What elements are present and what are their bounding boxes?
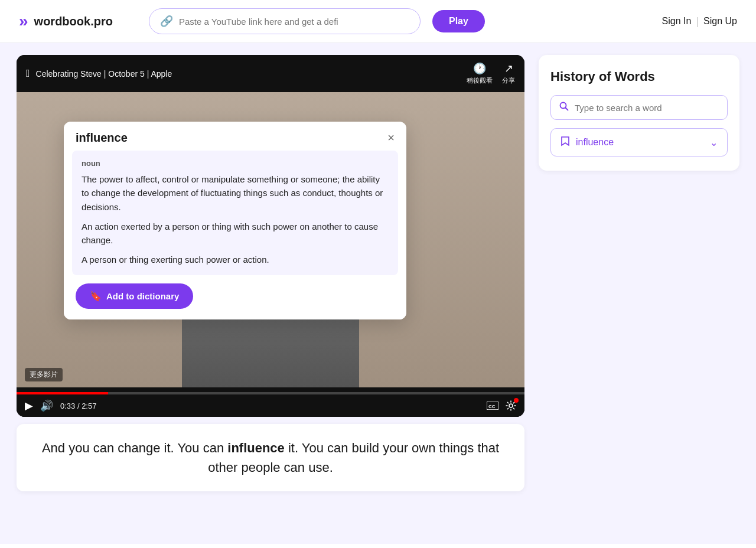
clock-icon: 🕐 (473, 62, 486, 75)
add-to-dictionary-label: Add to dictionary (106, 291, 179, 301)
cc-icon: CC (487, 402, 498, 410)
watch-later-label: 稍後觀看 (467, 76, 493, 85)
more-videos-label: 更多影片 (25, 368, 63, 381)
url-input[interactable] (179, 17, 409, 27)
definition-popup: influence × noun The power to affect, co… (64, 122, 406, 319)
video-title-area:  Celebrating Steve | October 5 | Apple (26, 67, 172, 80)
settings-button[interactable] (506, 400, 516, 411)
video-player:  Celebrating Steve | October 5 | Apple … (17, 55, 524, 417)
word-history-item[interactable]: influence ⌄ (550, 128, 728, 156)
popup-definitions: noun The power to affect, control or man… (72, 151, 398, 275)
search-icon (559, 102, 569, 113)
word-history-left: influence (561, 136, 614, 149)
svg-line-4 (566, 108, 568, 110)
chevron-down-icon: ⌄ (710, 137, 718, 148)
header: » wordbook.pro 🔗 Play Sign In | Sign Up (0, 0, 756, 43)
nav-divider: | (696, 15, 699, 28)
captions-button[interactable]: CC (487, 402, 498, 410)
logo-area: » wordbook.pro (19, 13, 137, 30)
search-box[interactable] (550, 95, 728, 120)
popup-definition-1: The power to affect, control or manipula… (82, 172, 389, 214)
popup-word: influence (76, 131, 128, 145)
video-section:  Celebrating Steve | October 5 | Apple … (17, 55, 524, 532)
subtitle-highlight: influence (227, 441, 285, 455)
volume-button[interactable]: 🔊 (40, 399, 53, 412)
settings-icon (506, 400, 516, 411)
video-controls-top: 🕐 稍後觀看 ↗ 分享 (467, 62, 515, 85)
play-pause-button[interactable]: ▶ (25, 399, 33, 412)
play-button[interactable]: Play (432, 10, 485, 32)
link-icon: 🔗 (160, 15, 173, 28)
logo-text: wordbook.pro (34, 15, 113, 28)
video-controls-bottom: ▶ 🔊 0:33 / 2:57 CC (17, 394, 524, 417)
popup-definition-3: A person or thing exerting such power or… (82, 253, 389, 266)
watch-later-button[interactable]: 🕐 稍後觀看 (467, 62, 493, 85)
share-icon: ↗ (504, 62, 513, 75)
nav-links: Sign In | Sign Up (662, 15, 737, 28)
video-frame[interactable]: influence × noun The power to affect, co… (17, 92, 524, 387)
share-button[interactable]: ↗ 分享 (502, 62, 515, 85)
apple-logo-icon:  (26, 67, 30, 80)
svg-point-2 (509, 404, 513, 407)
sign-in-link[interactable]: Sign In (662, 16, 692, 27)
add-to-dictionary-button[interactable]: 🔖 Add to dictionary (76, 283, 193, 309)
video-progress-area: ▶ 🔊 0:33 / 2:57 CC (17, 387, 524, 417)
subtitle-bar: And you can change it. You can influence… (17, 424, 524, 491)
popup-definition-2: An action exerted by a person or thing w… (82, 220, 389, 247)
bookmark-history-icon (561, 136, 570, 149)
popup-header: influence × (64, 122, 406, 151)
time-display: 0:33 / 2:57 (60, 402, 96, 410)
word-history-label: influence (576, 137, 614, 148)
history-panel: History of Words influence ⌄ (539, 55, 739, 171)
popup-part-of-speech: noun (82, 159, 389, 168)
history-title: History of Words (550, 69, 728, 84)
sign-up-link[interactable]: Sign Up (703, 16, 737, 27)
subtitle-text-before: And you can change it. You can (42, 441, 227, 455)
svg-text:CC: CC (488, 404, 496, 409)
popup-close-button[interactable]: × (387, 131, 395, 145)
share-label: 分享 (502, 76, 515, 85)
progress-bar-fill (17, 392, 108, 394)
video-title: Celebrating Steve | October 5 | Apple (36, 69, 172, 79)
popup-footer: 🔖 Add to dictionary (64, 275, 406, 319)
main-content:  Celebrating Steve | October 5 | Apple … (0, 43, 756, 544)
controls-right: CC (487, 400, 516, 411)
logo-chevrons-icon: » (19, 13, 28, 30)
url-input-area[interactable]: 🔗 (149, 8, 421, 34)
search-input[interactable] (575, 103, 719, 113)
bookmark-icon: 🔖 (90, 291, 102, 302)
video-top-bar:  Celebrating Steve | October 5 | Apple … (17, 55, 524, 92)
progress-bar[interactable] (17, 392, 524, 394)
controls-left: ▶ 🔊 0:33 / 2:57 (25, 399, 96, 412)
